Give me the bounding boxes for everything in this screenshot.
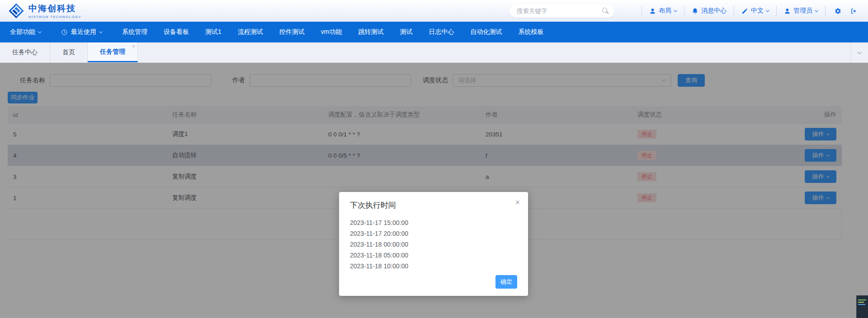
nav-test[interactable]: 测试 (400, 28, 412, 36)
nav-item-label: 系统模板 (518, 28, 543, 36)
chevron-down-icon (38, 29, 42, 33)
nav-item-label: 最近使用 (71, 28, 96, 36)
bell-icon (692, 8, 698, 14)
nav-process-test[interactable]: 流程测试 (238, 28, 263, 36)
tab-task-management[interactable]: 任务管理 × (88, 42, 138, 62)
header-icon-group (825, 6, 860, 16)
tab-label: 任务中心 (12, 48, 38, 56)
tab-close-icon[interactable]: × (132, 44, 135, 49)
global-search (509, 4, 614, 18)
logo-mark-icon (8, 3, 24, 19)
chevron-down-icon (858, 50, 862, 54)
nav-system-template[interactable]: 系统模板 (518, 28, 543, 36)
top-header: 中海创科技 HISTRON TECHNOLOGY 布局 消息中心 (0, 0, 868, 22)
message-center-label: 消息中心 (701, 7, 726, 15)
layout-menu-label: 布局 (659, 7, 671, 15)
header-actions: 布局 消息中心 中文 管理员 (642, 0, 860, 22)
execution-time: 2023-11-17 20:00:00 (350, 228, 517, 239)
user-menu-label: 管理员 (793, 7, 812, 15)
logo-subtitle: HISTRON TECHNOLOGY (28, 15, 81, 19)
nav-vm-function[interactable]: vm功能 (321, 28, 342, 36)
nav-item-label: 跳转测试 (358, 28, 383, 36)
tab-label: 任务管理 (100, 48, 125, 56)
execution-time: 2023-11-18 10:00:00 (350, 261, 517, 271)
nav-recently-used[interactable]: 最近使用 (61, 28, 102, 36)
pencil-icon (741, 8, 748, 14)
layout-menu[interactable]: 布局 (642, 6, 684, 16)
settings-gear-icon[interactable] (835, 8, 841, 14)
message-center[interactable]: 消息中心 (684, 6, 734, 16)
logout-icon[interactable] (850, 8, 857, 14)
nav-item-label: 日志中心 (429, 28, 454, 36)
nav-log-center[interactable]: 日志中心 (429, 28, 454, 36)
chevron-down-icon (766, 8, 769, 12)
nav-system-management[interactable]: 系统管理 (122, 28, 147, 36)
dialog-close-icon[interactable]: × (515, 198, 520, 206)
tab-list-dropdown[interactable] (851, 42, 868, 62)
language-menu[interactable]: 中文 (734, 6, 776, 16)
nav-item-label: 测试 (400, 28, 412, 36)
search-icon[interactable] (602, 8, 607, 13)
nav-automation-test[interactable]: 自动化测试 (470, 28, 502, 36)
nav-device-board[interactable]: 设备看板 (164, 28, 189, 36)
nav-test1[interactable]: 测试1 (205, 28, 222, 36)
language-menu-label: 中文 (751, 7, 764, 15)
execution-time: 2023-11-17 15:00:00 (350, 217, 517, 228)
tab-home[interactable]: 首页 (50, 42, 88, 62)
execution-time: 2023-11-18 05:00:00 (350, 250, 517, 261)
search-input[interactable] (509, 4, 614, 18)
nav-item-label: 测试1 (205, 28, 222, 36)
nav-item-label: vm功能 (321, 28, 342, 36)
next-execution-dialog: 下次执行时间 × 2023-11-17 15:00:00 2023-11-17 … (339, 192, 528, 296)
nav-item-label: 系统管理 (122, 28, 147, 36)
user-menu[interactable]: 管理员 (776, 6, 825, 16)
nav-jump-test[interactable]: 跳转测试 (358, 28, 383, 36)
chevron-down-icon (99, 29, 103, 33)
tab-label: 首页 (62, 48, 75, 56)
clock-icon (61, 29, 68, 36)
tab-task-center[interactable]: 任务中心 (0, 42, 50, 62)
nav-all-functions[interactable]: 全部功能 (10, 28, 41, 36)
chevron-down-icon (674, 8, 677, 12)
logo-title: 中海创科技 (28, 3, 81, 14)
execution-time-list: 2023-11-17 15:00:00 2023-11-17 20:00:00 … (350, 217, 517, 271)
page-scrollbar[interactable] (856, 295, 868, 318)
dialog-ok-button[interactable]: 确定 (495, 275, 517, 289)
nav-item-label: 自动化测试 (470, 28, 502, 36)
nav-item-label: 控件测试 (279, 28, 305, 36)
nav-item-label: 设备看板 (164, 28, 189, 36)
company-logo: 中海创科技 HISTRON TECHNOLOGY (8, 3, 81, 19)
nav-item-label: 全部功能 (10, 28, 35, 36)
main-nav: 全部功能 最近使用 系统管理 设备看板 测试1 流程测试 控件测试 vm功能 跳… (0, 22, 868, 42)
user-icon (784, 8, 791, 14)
execution-time: 2023-11-18 00:00:00 (350, 239, 517, 250)
dialog-title: 下次执行时间 (350, 200, 517, 210)
user-icon (649, 8, 656, 14)
nav-item-label: 流程测试 (238, 28, 263, 36)
app-screen: 中海创科技 HISTRON TECHNOLOGY 布局 消息中心 (0, 0, 868, 318)
chevron-down-icon (815, 8, 818, 12)
page-tabbar: 任务中心 首页 任务管理 × (0, 42, 868, 63)
nav-widget-test[interactable]: 控件测试 (279, 28, 305, 36)
